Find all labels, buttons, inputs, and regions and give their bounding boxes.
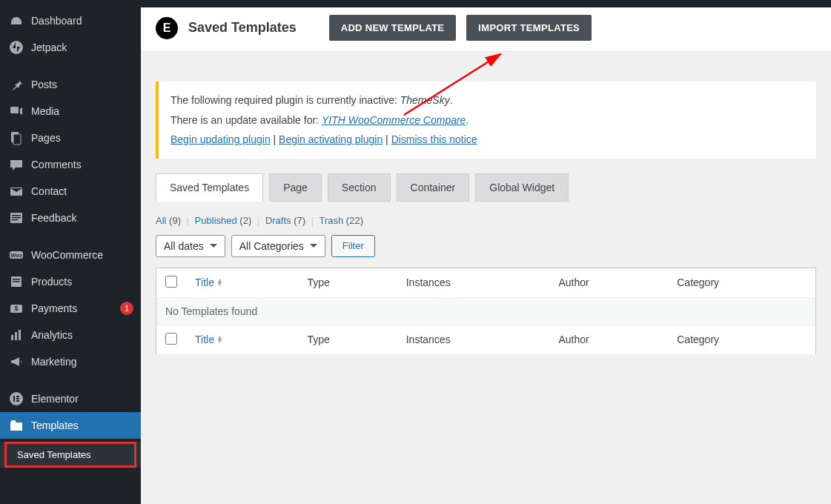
sidebar-item-label: Comments <box>31 159 133 170</box>
pin-icon <box>9 77 24 92</box>
sidebar-item-label: Posts <box>31 79 133 90</box>
svg-rect-8 <box>12 219 18 221</box>
filter-trash[interactable]: Trash <box>319 215 343 226</box>
woo-icon: Woo <box>9 248 24 262</box>
sidebar-item-label: Media <box>31 105 133 117</box>
sidebar-item-label: WooCommerce <box>31 249 133 261</box>
sidebar-item-label: Marketing <box>31 356 133 368</box>
sidebar-item-media[interactable]: Media <box>0 98 141 125</box>
sidebar-item-label: Analytics <box>31 329 133 341</box>
sidebar-item-products[interactable]: Products <box>0 268 141 295</box>
payments-icon: $ <box>9 301 24 316</box>
col-author-footer: Author <box>549 325 668 354</box>
sidebar-item-marketing[interactable]: Marketing <box>0 348 141 375</box>
col-author: Author <box>549 268 668 297</box>
svg-rect-16 <box>11 335 13 340</box>
col-category-footer: Category <box>668 325 815 354</box>
sidebar-item-dashboard[interactable]: Dashboard <box>0 7 141 34</box>
svg-rect-7 <box>12 217 21 219</box>
table-footer-row: Title▲▼ Type Instances Author Category <box>156 325 816 354</box>
sidebar-item-label: Feedback <box>31 212 133 224</box>
svg-rect-13 <box>13 281 20 282</box>
col-title[interactable]: Title▲▼ <box>195 276 223 288</box>
dismiss-notice-link[interactable]: Dismiss this notice <box>391 133 477 145</box>
sidebar-item-label: Pages <box>31 132 133 144</box>
sidebar-item-contact[interactable]: Contact <box>0 178 141 205</box>
jetpack-icon <box>9 40 24 55</box>
submenu-saved-templates[interactable]: Saved Templates <box>4 442 136 468</box>
col-instances: Instances <box>397 268 550 297</box>
sidebar-item-label: Elementor <box>31 393 133 405</box>
filter-drafts[interactable]: Drafts <box>265 215 291 226</box>
import-templates-button[interactable]: IMPORT TEMPLATES <box>466 15 592 41</box>
filter-all[interactable]: All <box>156 215 166 226</box>
col-title-footer[interactable]: Title▲▼ <box>195 334 223 345</box>
tab-section[interactable]: Section <box>328 173 391 202</box>
svg-point-0 <box>10 41 23 54</box>
begin-activating-link[interactable]: Begin activating plugin <box>279 133 383 145</box>
admin-sidebar: DashboardJetpackPostsMediaPagesCommentsC… <box>0 0 141 504</box>
sidebar-item-posts[interactable]: Posts <box>0 71 141 98</box>
categories-select[interactable]: All Categories <box>231 235 325 257</box>
sidebar-item-payments[interactable]: $Payments1 <box>0 295 141 322</box>
sidebar-item-label: Jetpack <box>31 42 133 53</box>
tab-global-widget[interactable]: Global Widget <box>475 173 569 202</box>
sidebar-item-comments[interactable]: Comments <box>0 151 141 178</box>
sort-icon: ▲▼ <box>216 336 223 343</box>
svg-rect-20 <box>13 396 15 402</box>
empty-message: No Templates found <box>156 297 816 325</box>
sidebar-item-label: Products <box>31 276 133 288</box>
feedback-icon <box>9 210 24 225</box>
analytics-icon <box>9 328 24 342</box>
svg-text:Woo: Woo <box>10 253 21 258</box>
sidebar-item-analytics[interactable]: Analytics <box>0 322 141 348</box>
add-new-template-button[interactable]: ADD NEW TEMPLATE <box>329 15 457 41</box>
filter-button[interactable]: Filter <box>331 235 375 257</box>
col-instances-footer: Instances <box>397 325 550 354</box>
comments-icon <box>9 157 24 172</box>
submenu: Saved Templates <box>0 442 141 468</box>
sidebar-item-jetpack[interactable]: Jetpack <box>0 34 141 61</box>
select-all-checkbox-footer[interactable] <box>165 333 177 345</box>
main-content: E Saved Templates ADD NEW TEMPLATE IMPOR… <box>141 0 831 504</box>
col-category: Category <box>668 268 815 297</box>
svg-rect-17 <box>15 332 17 340</box>
page-title: Saved Templates <box>188 20 297 36</box>
dates-select[interactable]: All dates <box>156 235 225 257</box>
sidebar-item-woocommerce[interactable]: WooWooCommerce <box>0 242 141 268</box>
notification-badge: 1 <box>120 302 133 315</box>
notice-text: The following required plugin is current… <box>170 94 400 106</box>
col-type: Type <box>299 268 397 297</box>
tab-saved-templates[interactable]: Saved Templates <box>156 173 263 202</box>
sidebar-item-feedback[interactable]: Feedback <box>0 205 141 231</box>
contact-icon <box>9 184 24 199</box>
svg-rect-18 <box>19 330 21 340</box>
tab-page[interactable]: Page <box>269 173 322 202</box>
sidebar-item-elementor[interactable]: Elementor <box>0 385 141 412</box>
sidebar-item-templates[interactable]: Templates <box>0 412 141 439</box>
table-empty-row: No Templates found <box>156 297 816 325</box>
svg-rect-23 <box>16 400 19 402</box>
admin-notice: The following required plugin is current… <box>156 82 816 159</box>
filter-controls: All dates All Categories Filter <box>156 235 816 257</box>
select-all-checkbox[interactable] <box>165 276 177 288</box>
sidebar-item-label: Templates <box>31 420 133 431</box>
admin-topbar <box>0 0 831 7</box>
sidebar-item-pages[interactable]: Pages <box>0 125 141 151</box>
tab-container[interactable]: Container <box>397 173 470 202</box>
sidebar-item-label: Payments <box>31 302 117 314</box>
elementor-logo-icon: E <box>156 17 178 39</box>
svg-rect-6 <box>12 215 21 216</box>
col-type-footer: Type <box>299 325 397 354</box>
sidebar-item-label: Contact <box>31 185 133 197</box>
notice-update-link[interactable]: YITH WooCommerce Compare <box>322 114 466 126</box>
elementor-icon <box>9 391 24 406</box>
pages-icon <box>9 130 24 145</box>
sidebar-item-label: Dashboard <box>31 15 133 27</box>
notice-text: There is an update available for: <box>170 114 322 126</box>
products-icon <box>9 274 24 289</box>
svg-text:$: $ <box>14 305 18 312</box>
filter-published[interactable]: Published <box>195 215 237 226</box>
template-tabs: Saved TemplatesPageSectionContainerGloba… <box>156 173 816 202</box>
begin-updating-link[interactable]: Begin updating plugin <box>170 133 271 145</box>
